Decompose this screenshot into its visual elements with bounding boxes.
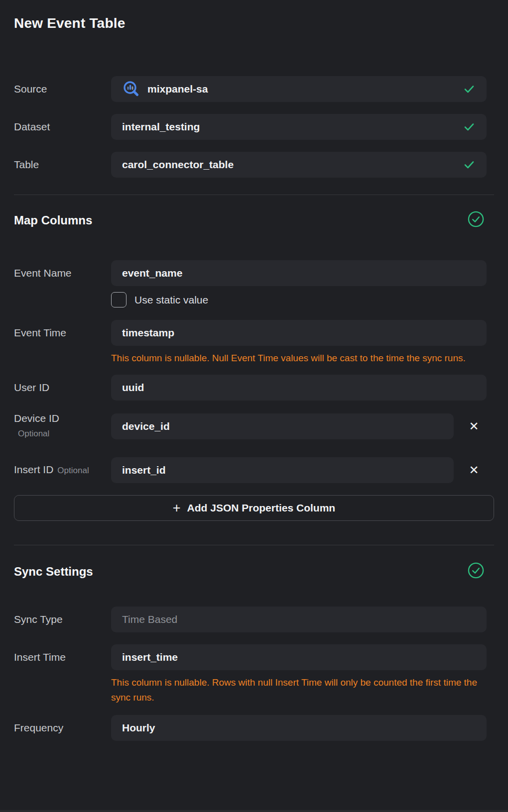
device-id-label: Device ID Optional	[14, 412, 111, 440]
section-complete-icon	[468, 211, 484, 229]
user-id-row: User ID uuid	[14, 375, 487, 401]
section-divider	[14, 195, 494, 195]
device-id-remove-icon[interactable]: ✕	[454, 420, 494, 432]
insert-id-input[interactable]: insert_id	[111, 457, 454, 483]
table-value: carol_connector_table	[122, 159, 234, 171]
use-static-value-row: Use static value	[111, 292, 494, 307]
footer-edge	[0, 810, 508, 812]
sync-type-row: Sync Type Time Based	[14, 607, 487, 632]
user-id-input[interactable]: uuid	[111, 375, 487, 401]
dataset-label: Dataset	[14, 120, 111, 133]
source-input[interactable]: mixpanel-sa	[111, 76, 487, 102]
plus-icon: +	[173, 502, 181, 515]
insert-id-label: Insert IDOptional	[14, 463, 111, 477]
event-time-input[interactable]: timestamp	[111, 320, 487, 346]
section-complete-icon	[468, 562, 484, 581]
map-columns-title: Map Columns	[14, 213, 92, 227]
source-label: Source	[14, 83, 111, 96]
insert-time-input[interactable]: insert_time	[111, 644, 487, 670]
insert-time-row: Insert Time insert_time	[14, 644, 487, 670]
source-row: Source mixpanel-sa	[14, 76, 487, 102]
event-name-row: Event Name event_name	[14, 260, 487, 286]
sync-settings-title: Sync Settings	[14, 565, 93, 579]
sync-type-value: Time Based	[122, 613, 177, 625]
device-id-optional-label: Optional	[14, 427, 111, 440]
dataset-value: internal_testing	[122, 121, 200, 133]
user-id-value: uuid	[122, 382, 144, 394]
page-title: New Event Table	[14, 15, 494, 32]
frequency-label: Frequency	[14, 721, 111, 734]
table-label: Table	[14, 158, 111, 171]
insert-time-nullable-warning: This column is nullable. Rows with null …	[111, 675, 487, 705]
sync-type-input: Time Based	[111, 607, 487, 632]
device-id-row: Device ID Optional device_id ✕	[14, 412, 494, 440]
dataset-input[interactable]: internal_testing	[111, 114, 487, 140]
valid-check-icon	[463, 120, 476, 133]
table-row: Table carol_connector_table	[14, 152, 487, 178]
frequency-input[interactable]: Hourly	[111, 715, 487, 741]
dataset-row: Dataset internal_testing	[14, 114, 487, 140]
sync-settings-header: Sync Settings	[14, 562, 484, 581]
device-id-value: device_id	[122, 420, 170, 432]
add-json-properties-label: Add JSON Properties Column	[187, 502, 336, 514]
insert-id-row: Insert IDOptional insert_id ✕	[14, 457, 494, 483]
event-name-value: event_name	[122, 267, 182, 279]
mixpanel-logo-icon	[122, 80, 140, 98]
sync-type-label: Sync Type	[14, 613, 111, 626]
source-value: mixpanel-sa	[147, 83, 208, 95]
event-time-label: Event Time	[14, 326, 111, 339]
user-id-label: User ID	[14, 381, 111, 394]
event-name-label: Event Name	[14, 267, 111, 280]
valid-check-icon	[463, 158, 476, 171]
frequency-value: Hourly	[122, 722, 155, 734]
table-input[interactable]: carol_connector_table	[111, 152, 487, 178]
valid-check-icon	[463, 83, 476, 96]
insert-time-value: insert_time	[122, 651, 178, 663]
use-static-value-checkbox[interactable]	[111, 292, 127, 307]
add-json-properties-button[interactable]: + Add JSON Properties Column	[14, 495, 494, 521]
device-id-input[interactable]: device_id	[111, 413, 454, 439]
section-divider	[14, 545, 494, 545]
insert-time-label: Insert Time	[14, 651, 111, 664]
map-columns-header: Map Columns	[14, 211, 484, 229]
insert-id-value: insert_id	[122, 464, 166, 476]
insert-id-optional-label: Optional	[57, 466, 89, 475]
use-static-value-label: Use static value	[134, 294, 208, 306]
insert-id-remove-icon[interactable]: ✕	[454, 464, 494, 476]
event-name-input[interactable]: event_name	[111, 260, 487, 286]
event-time-nullable-warning: This column is nullable. Null Event Time…	[111, 351, 487, 366]
frequency-row: Frequency Hourly	[14, 715, 487, 741]
event-time-value: timestamp	[122, 327, 174, 339]
event-time-row: Event Time timestamp	[14, 320, 487, 346]
